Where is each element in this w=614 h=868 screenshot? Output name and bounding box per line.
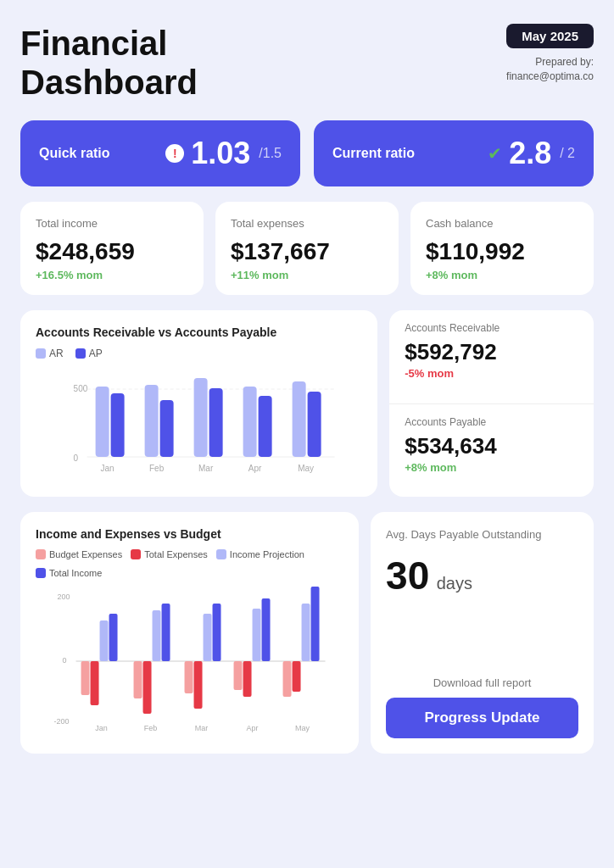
quick-ratio-label: Quick ratio (39, 146, 110, 161)
svg-text:Mar: Mar (195, 724, 209, 732)
stat-income-change: +16.5% mom (36, 269, 188, 281)
ratio-row: Quick ratio ! 1.03 /1.5 Current ratio ✔ … (20, 120, 594, 186)
total-inc-may (311, 587, 320, 661)
total-income-label: Total Income (49, 568, 102, 578)
inc-proj-may (302, 604, 310, 661)
dpo-section: Avg. Days Payable Outstanding 30 days (386, 527, 578, 624)
accounts-receivable-stat: Accounts Receivable $592,792 -5% mom (389, 310, 594, 403)
total-inc-apr (262, 598, 271, 661)
stat-card-balance: Cash balance $110,992 +8% mom (410, 202, 594, 295)
current-ratio-card: Current ratio ✔ 2.8 / 2 (314, 120, 594, 186)
prepared-by: Prepared by: finance@optima.co (506, 55, 594, 84)
current-ratio-value-wrap: ✔ 2.8 / 2 (488, 136, 575, 171)
total-exp-may (293, 661, 301, 692)
ar-bar-feb (145, 385, 159, 457)
header-right: May 2025 Prepared by: finance@optima.co (506, 24, 594, 84)
ap-stat-value: $534,634 (405, 433, 578, 459)
ap-legend-dot (75, 348, 86, 359)
income-chart-title: Income and Expenses vs Budget (36, 527, 343, 541)
budget-exp-may (283, 661, 292, 697)
quick-ratio-main-value: 1.03 (191, 136, 250, 171)
income-projection-label: Income Projection (230, 549, 304, 559)
ap-stat-label: Accounts Payable (405, 416, 578, 428)
ap-legend-label: AP (89, 348, 103, 359)
inc-proj-apr (253, 609, 261, 661)
svg-text:0: 0 (74, 453, 79, 463)
svg-text:Apr: Apr (247, 724, 259, 732)
quick-ratio-icon: ! (165, 144, 184, 163)
dpo-card: Avg. Days Payable Outstanding 30 days Do… (371, 512, 594, 754)
ar-ap-svg: 500 0 Jan Feb Mar Apr May (36, 368, 362, 478)
ar-bar-apr (243, 387, 257, 457)
ap-bar-jan (111, 393, 125, 457)
svg-text:-200: -200 (54, 717, 70, 726)
stat-card-income: Total income $248,659 +16.5% mom (20, 202, 204, 295)
ar-stat-change: -5% mom (405, 367, 578, 380)
total-exp-feb (143, 661, 152, 714)
total-exp-apr (243, 661, 252, 697)
svg-text:May: May (295, 724, 310, 732)
current-ratio-main-value: 2.8 (509, 136, 551, 171)
budget-expenses-dot (36, 549, 46, 559)
total-expenses-legend: Total Expenses (131, 549, 208, 559)
total-expenses-label: Total Expenses (144, 549, 208, 559)
ap-bar-mar (209, 388, 223, 457)
dpo-unit: days (437, 574, 472, 593)
ar-legend-dot (36, 348, 46, 359)
svg-text:Apr: Apr (248, 464, 262, 473)
stat-income-value: $248,659 (36, 238, 188, 265)
stat-card-expenses: Total expenses $137,667 +11% mom (215, 202, 399, 295)
total-exp-mar (194, 661, 203, 709)
total-income-dot (36, 568, 46, 578)
progress-update-button[interactable]: Progress Update (386, 698, 578, 738)
svg-text:Jan: Jan (95, 724, 108, 732)
inc-proj-mar (204, 614, 212, 661)
download-label: Download full report (386, 676, 578, 689)
stat-balance-value: $110,992 (426, 238, 578, 265)
ap-bar-may (308, 392, 321, 457)
current-ratio-label: Current ratio (332, 146, 415, 161)
ap-bar-feb (160, 400, 174, 457)
svg-text:Feb: Feb (149, 464, 165, 473)
budget-exp-apr (234, 661, 243, 690)
dpo-label: Avg. Days Payable Outstanding (386, 527, 578, 542)
accounts-payable-stat: Accounts Payable $534,634 +8% mom (389, 403, 594, 498)
date-badge: May 2025 (506, 24, 594, 48)
inc-proj-feb (153, 610, 161, 661)
ar-bar-may (293, 381, 306, 457)
total-exp-jan (91, 661, 99, 705)
stat-income-label: Total income (36, 217, 188, 230)
svg-text:Jan: Jan (101, 464, 114, 473)
budget-exp-mar (185, 661, 193, 693)
svg-text:Mar: Mar (198, 464, 214, 473)
ar-legend-item: AR (36, 348, 64, 359)
total-inc-mar (213, 604, 221, 661)
ar-ap-side-card: Accounts Receivable $592,792 -5% mom Acc… (389, 310, 594, 497)
svg-text:May: May (298, 464, 314, 473)
stat-expenses-value: $137,667 (231, 238, 383, 265)
ar-stat-label: Accounts Receivable (405, 322, 578, 334)
ar-ap-chart-card: Accounts Receivable vs Accounts Payable … (20, 310, 377, 497)
current-ratio-target: / 2 (560, 146, 575, 161)
current-ratio-icon: ✔ (488, 143, 502, 164)
budget-expenses-legend: Budget Expenses (36, 549, 122, 559)
stat-row: Total income $248,659 +16.5% mom Total e… (20, 202, 594, 295)
ar-bar-jan (96, 387, 109, 457)
ap-stat-change: +8% mom (405, 461, 578, 474)
quick-ratio-target: /1.5 (259, 146, 282, 161)
total-expenses-dot (131, 549, 141, 559)
income-chart-card: Income and Expenses vs Budget Budget Exp… (20, 512, 359, 754)
total-income-legend: Total Income (36, 568, 102, 578)
budget-exp-jan (81, 661, 90, 695)
total-inc-feb (162, 604, 170, 661)
budget-exp-feb (134, 661, 142, 698)
stat-balance-change: +8% mom (426, 269, 578, 281)
stat-expenses-label: Total expenses (231, 217, 383, 230)
ap-bar-apr (259, 396, 272, 457)
income-legend: Budget Expenses Total Expenses Income Pr… (36, 549, 343, 578)
svg-text:Feb: Feb (144, 724, 158, 732)
ap-legend-item: AP (75, 348, 103, 359)
quick-ratio-value-wrap: ! 1.03 /1.5 (165, 136, 282, 171)
bottom-section: Income and Expenses vs Budget Budget Exp… (20, 512, 594, 754)
ar-ap-section: Accounts Receivable vs Accounts Payable … (20, 310, 594, 497)
